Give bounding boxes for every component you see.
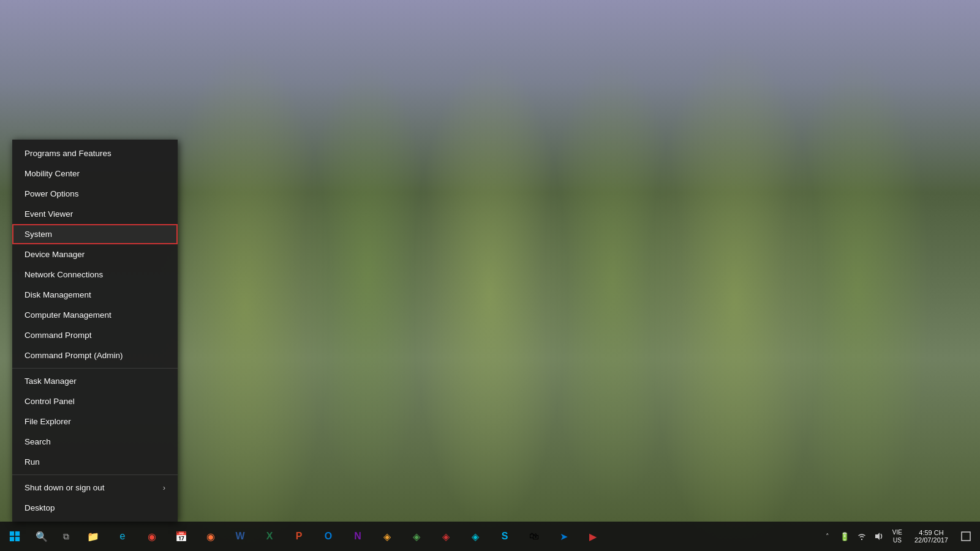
- tray-volume[interactable]: [872, 529, 886, 544]
- lang-line2: US: [893, 536, 902, 544]
- menu-item-label-control-panel: Control Panel: [24, 397, 75, 406]
- lang-line1: VIE: [892, 528, 902, 536]
- app3-icon: ◈: [439, 529, 453, 544]
- taskbar-app-word[interactable]: W: [225, 522, 255, 551]
- windows-icon: [9, 531, 20, 542]
- taskbar-app-skype[interactable]: S: [490, 522, 519, 551]
- taskbar-app-chrome[interactable]: ◉: [137, 522, 167, 551]
- menu-item-device-manager[interactable]: Device Manager: [12, 244, 178, 264]
- edge-icon: e: [115, 529, 130, 544]
- clock[interactable]: 4:59 CH 22/07/2017: [908, 522, 954, 551]
- menu-item-label-command-prompt: Command Prompt: [24, 331, 92, 340]
- taskbar-app-excel[interactable]: X: [255, 522, 284, 551]
- taskbar-search-button[interactable]: 🔍: [29, 522, 54, 551]
- notification-button[interactable]: [957, 522, 975, 551]
- menu-item-network-connections[interactable]: Network Connections: [12, 264, 178, 285]
- svg-rect-2: [10, 537, 14, 541]
- word-icon: W: [233, 529, 247, 544]
- taskbar: 🔍 ⧉ 📁e◉📅◉WXPON◈◈◈◈S🛍➤▶ ˄ 🔋: [0, 522, 980, 551]
- taskbar-app-onenote[interactable]: N: [343, 522, 372, 551]
- menu-item-search[interactable]: Search: [12, 432, 178, 452]
- taskbar-app-store[interactable]: 🛍: [519, 522, 549, 551]
- taskbar-app-app1[interactable]: ◈: [372, 522, 402, 551]
- date-display: 22/07/2017: [914, 536, 948, 544]
- menu-item-control-panel[interactable]: Control Panel: [12, 391, 178, 411]
- menu-item-disk-management[interactable]: Disk Management: [12, 285, 178, 305]
- menu-item-label-file-explorer: File Explorer: [24, 417, 71, 426]
- taskbar-app-powerpoint[interactable]: P: [284, 522, 314, 551]
- menu-item-power-options[interactable]: Power Options: [12, 184, 178, 204]
- menu-item-file-explorer[interactable]: File Explorer: [12, 411, 178, 432]
- taskbar-app-app2[interactable]: ◈: [402, 522, 431, 551]
- menu-item-label-network-connections: Network Connections: [24, 270, 103, 279]
- chrome-icon: ◉: [145, 529, 159, 544]
- svg-rect-0: [10, 531, 14, 536]
- taskbar-app-app6[interactable]: ▶: [578, 522, 608, 551]
- menu-item-event-viewer[interactable]: Event Viewer: [12, 204, 178, 224]
- taskbar-app-firefox[interactable]: ◉: [196, 522, 225, 551]
- notification-icon: [961, 531, 971, 541]
- taskbar-app-explorer[interactable]: 📁: [78, 522, 108, 551]
- menu-item-label-command-prompt-admin: Command Prompt (Admin): [24, 351, 123, 360]
- search-icon: 🔍: [36, 531, 48, 542]
- app5-icon: ➤: [556, 529, 571, 544]
- taskbar-app-outlook[interactable]: O: [314, 522, 343, 551]
- svg-rect-5: [962, 532, 970, 541]
- task-view-button[interactable]: ⧉: [54, 522, 78, 551]
- tray-wifi[interactable]: [854, 529, 869, 544]
- skype-icon: S: [497, 529, 512, 544]
- menu-item-system[interactable]: System: [12, 224, 178, 244]
- menu-item-label-computer-management: Computer Management: [24, 310, 111, 320]
- time-display: 4:59 CH: [919, 529, 943, 536]
- menu-item-label-system: System: [24, 230, 52, 239]
- menu-item-mobility-center[interactable]: Mobility Center: [12, 163, 178, 184]
- language-indicator[interactable]: VIE US: [889, 522, 906, 551]
- menu-separator: [12, 368, 178, 369]
- menu-item-task-manager[interactable]: Task Manager: [12, 371, 178, 391]
- system-tray: ˄ 🔋 VIE US 4:59 CH: [820, 522, 980, 551]
- menu-item-label-mobility-center: Mobility Center: [24, 169, 80, 178]
- taskbar-app-app4[interactable]: ◈: [461, 522, 490, 551]
- menu-item-label-event-viewer: Event Viewer: [24, 209, 73, 219]
- menu-item-label-task-manager: Task Manager: [24, 377, 77, 386]
- outlook-icon: O: [321, 529, 336, 544]
- submenu-arrow-icon: ›: [163, 484, 165, 492]
- menu-item-label-power-options: Power Options: [24, 189, 79, 198]
- store-icon: 🛍: [527, 529, 541, 544]
- menu-item-command-prompt[interactable]: Command Prompt: [12, 325, 178, 345]
- menu-item-run[interactable]: Run: [12, 452, 178, 472]
- svg-rect-3: [15, 537, 20, 541]
- explorer-icon: 📁: [86, 529, 100, 544]
- menu-item-programs-features[interactable]: Programs and Features: [12, 143, 178, 163]
- menu-item-desktop[interactable]: Desktop: [12, 498, 178, 518]
- onenote-icon: N: [350, 529, 365, 544]
- tray-chevron[interactable]: ˄: [820, 529, 835, 544]
- app2-icon: ◈: [409, 529, 424, 544]
- taskbar-app-app3[interactable]: ◈: [431, 522, 461, 551]
- menu-item-label-device-manager: Device Manager: [24, 250, 85, 259]
- task-view-icon: ⧉: [63, 531, 69, 542]
- menu-item-label-disk-management: Disk Management: [24, 290, 91, 299]
- taskbar-app-calendar[interactable]: 📅: [167, 522, 196, 551]
- menu-item-label-programs-features: Programs and Features: [24, 149, 111, 158]
- menu-item-computer-management[interactable]: Computer Management: [12, 305, 178, 325]
- powerpoint-icon: P: [292, 529, 306, 544]
- svg-marker-4: [875, 533, 880, 540]
- tray-battery[interactable]: 🔋: [837, 529, 852, 544]
- menu-item-command-prompt-admin[interactable]: Command Prompt (Admin): [12, 345, 178, 365]
- taskbar-apps: 📁e◉📅◉WXPON◈◈◈◈S🛍➤▶: [78, 522, 608, 551]
- taskbar-app-edge[interactable]: e: [108, 522, 137, 551]
- menu-item-label-run: Run: [24, 457, 40, 467]
- menu-item-shut-down[interactable]: Shut down or sign out›: [12, 478, 178, 498]
- wifi-icon: [857, 532, 867, 541]
- excel-icon: X: [262, 529, 277, 544]
- calendar-icon: 📅: [174, 529, 189, 544]
- context-menu: Programs and FeaturesMobility CenterPowe…: [12, 140, 178, 522]
- menu-separator: [12, 474, 178, 475]
- start-button[interactable]: [0, 522, 29, 551]
- taskbar-app-app5[interactable]: ➤: [549, 522, 578, 551]
- app4-icon: ◈: [468, 529, 483, 544]
- app6-icon: ▶: [586, 529, 600, 544]
- svg-rect-1: [15, 531, 20, 536]
- volume-icon: [874, 532, 884, 541]
